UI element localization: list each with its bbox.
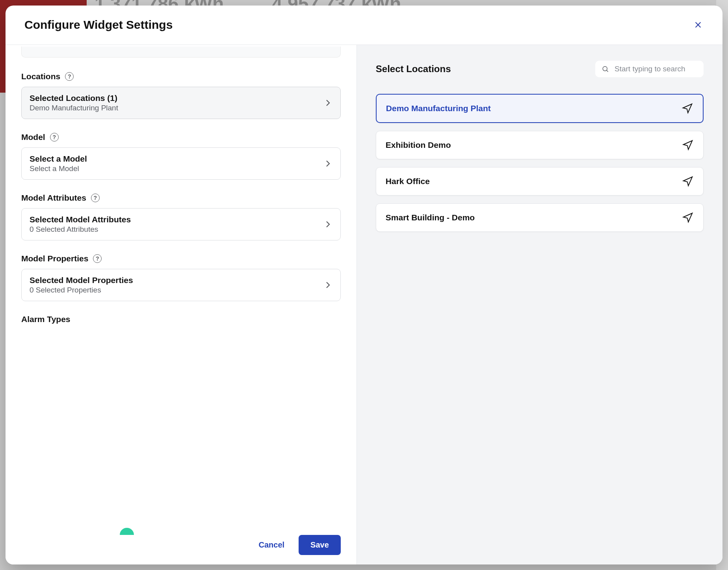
modal-header: Configure Widget Settings — [6, 6, 722, 45]
locations-selector-card[interactable]: Selected Locations (1) Demo Manufacturin… — [21, 87, 341, 119]
section-model: Model ? Select a Model Select a Model — [21, 132, 341, 180]
left-pane: Locations ? Selected Locations (1) Demo … — [6, 45, 357, 564]
section-header-locations: Locations ? — [21, 72, 341, 81]
navigate-icon — [682, 175, 694, 187]
section-label-locations: Locations — [21, 72, 60, 81]
location-item[interactable]: Exhibition Demo — [376, 131, 704, 159]
location-item[interactable]: Demo Manufacturing Plant — [376, 94, 704, 123]
search-field-wrapper[interactable] — [595, 61, 704, 77]
help-icon[interactable]: ? — [93, 254, 102, 263]
left-scroll-area[interactable]: Locations ? Selected Locations (1) Demo … — [21, 45, 341, 564]
section-locations: Locations ? Selected Locations (1) Demo … — [21, 72, 341, 119]
model-card-info: Select a Model Select a Model — [30, 154, 87, 173]
location-name: Exhibition Demo — [386, 140, 451, 150]
section-header-model: Model ? — [21, 132, 341, 142]
location-list: Demo Manufacturing PlantExhibition DemoH… — [376, 94, 704, 232]
locations-card-title: Selected Locations (1) — [30, 93, 118, 103]
chevron-right-icon — [323, 220, 332, 229]
modal-body: Locations ? Selected Locations (1) Demo … — [6, 45, 722, 564]
chevron-right-icon — [323, 280, 332, 290]
section-alarm-types: Alarm Types — [21, 315, 341, 324]
configure-widget-modal: Configure Widget Settings Locations ? Se… — [6, 6, 722, 564]
section-label-model-properties: Model Properties — [21, 254, 88, 263]
model-properties-card-title: Selected Model Properties — [30, 276, 133, 285]
model-attributes-selector-card[interactable]: Selected Model Attributes 0 Selected Att… — [21, 208, 341, 240]
locations-card-sub: Demo Manufacturing Plant — [30, 104, 118, 112]
save-button[interactable]: Save — [299, 535, 341, 555]
prev-section-ghost — [21, 47, 341, 58]
search-icon — [602, 65, 609, 73]
section-model-attributes: Model Attributes ? Selected Model Attrib… — [21, 193, 341, 240]
navigate-icon — [682, 102, 693, 114]
chevron-right-icon — [323, 159, 332, 168]
close-button[interactable] — [693, 19, 704, 30]
cancel-button[interactable]: Cancel — [256, 536, 287, 553]
model-properties-card-info: Selected Model Properties 0 Selected Pro… — [30, 276, 133, 294]
section-label-alarm-types: Alarm Types — [21, 315, 71, 324]
section-model-properties: Model Properties ? Selected Model Proper… — [21, 254, 341, 301]
location-name: Hark Office — [386, 177, 430, 186]
location-name: Smart Building - Demo — [386, 213, 475, 222]
section-header-model-properties: Model Properties ? — [21, 254, 341, 263]
model-properties-card-sub: 0 Selected Properties — [30, 286, 133, 294]
svg-line-3 — [607, 70, 608, 72]
section-label-model: Model — [21, 132, 45, 142]
close-icon — [694, 20, 702, 29]
chevron-right-icon — [323, 98, 332, 108]
location-item[interactable]: Hark Office — [376, 167, 704, 196]
navigate-icon — [682, 139, 694, 151]
search-input[interactable] — [615, 65, 697, 73]
model-attributes-card-sub: 0 Selected Attributes — [30, 225, 131, 234]
help-icon[interactable]: ? — [65, 72, 74, 81]
section-header-alarm-types: Alarm Types — [21, 315, 341, 324]
right-header-row: Select Locations — [376, 61, 704, 77]
model-card-sub: Select a Model — [30, 164, 87, 173]
locations-card-info: Selected Locations (1) Demo Manufacturin… — [30, 93, 118, 112]
model-attributes-card-info: Selected Model Attributes 0 Selected Att… — [30, 215, 131, 234]
modal-title: Configure Widget Settings — [24, 18, 173, 32]
location-name: Demo Manufacturing Plant — [386, 104, 491, 113]
left-footer: Cancel Save — [6, 528, 357, 564]
model-selector-card[interactable]: Select a Model Select a Model — [21, 147, 341, 180]
model-card-title: Select a Model — [30, 154, 87, 164]
section-label-model-attributes: Model Attributes — [21, 193, 86, 203]
section-header-model-attributes: Model Attributes ? — [21, 193, 341, 203]
model-attributes-card-title: Selected Model Attributes — [30, 215, 131, 224]
right-pane: Select Locations Demo Manufacturing Plan… — [357, 45, 722, 564]
right-pane-title: Select Locations — [376, 63, 451, 75]
location-item[interactable]: Smart Building - Demo — [376, 203, 704, 232]
partial-green-element — [120, 528, 134, 535]
svg-point-2 — [603, 67, 607, 71]
help-icon[interactable]: ? — [50, 133, 59, 142]
help-icon[interactable]: ? — [91, 194, 100, 202]
navigate-icon — [682, 212, 694, 224]
model-properties-selector-card[interactable]: Selected Model Properties 0 Selected Pro… — [21, 269, 341, 301]
